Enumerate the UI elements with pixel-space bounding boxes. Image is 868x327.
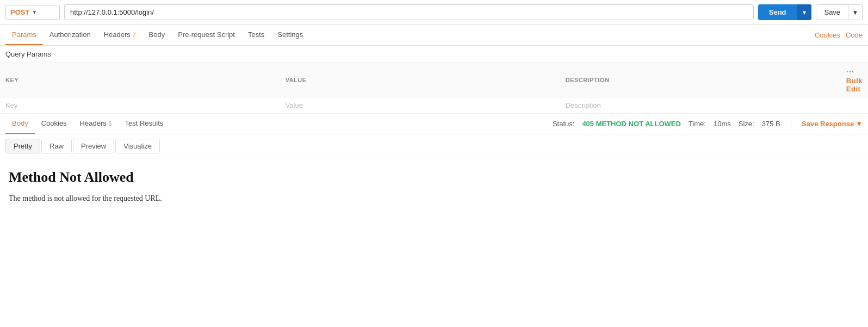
save-response-arrow: ▼: [855, 120, 863, 128]
save-button-group: Save ▼: [816, 4, 863, 20]
view-tab-pretty[interactable]: Pretty: [5, 139, 40, 153]
table-row: Key Value Description: [0, 97, 868, 114]
tab-headers[interactable]: Headers 7: [97, 25, 142, 45]
col-value-header: VALUE: [280, 63, 560, 97]
tab-body[interactable]: Body: [142, 25, 172, 45]
status-value: 405 METHOD NOT ALLOWED: [582, 120, 681, 128]
tab-tests[interactable]: Tests: [241, 25, 271, 45]
view-tabs: Pretty Raw Preview Visualize: [0, 134, 868, 158]
code-link[interactable]: Code: [846, 31, 863, 39]
resp-tab-headers[interactable]: Headers 5: [73, 114, 119, 134]
save-dropdown-button[interactable]: ▼: [848, 5, 862, 20]
divider: |: [790, 120, 792, 128]
url-input[interactable]: [64, 4, 754, 20]
dots-menu[interactable]: ···: [846, 67, 854, 76]
top-bar: POST ▼ Send ▼ Save ▼: [0, 0, 868, 25]
view-tab-preview[interactable]: Preview: [73, 139, 114, 153]
status-label: Status:: [553, 120, 574, 128]
response-message: The method is not allowed for the reques…: [9, 194, 859, 203]
tab-prerequest[interactable]: Pre-request Script: [171, 25, 241, 45]
save-button[interactable]: Save: [816, 5, 848, 20]
view-tab-raw[interactable]: Raw: [41, 139, 72, 153]
key-cell[interactable]: Key: [0, 97, 280, 114]
view-tab-visualize[interactable]: Visualize: [115, 139, 160, 153]
send-dropdown-button[interactable]: ▼: [797, 4, 812, 20]
params-table: KEY VALUE DESCRIPTION ··· Bulk Edit Key …: [0, 63, 868, 114]
save-response-label: Save Response: [802, 120, 854, 128]
method-select[interactable]: POST ▼: [5, 5, 60, 20]
response-heading: Method Not Allowed: [9, 169, 859, 186]
tab-authorization[interactable]: Authorization: [43, 25, 97, 45]
cookies-link[interactable]: Cookies: [815, 31, 840, 39]
col-desc-header: DESCRIPTION: [560, 63, 841, 97]
resp-tab-cookies[interactable]: Cookies: [35, 114, 73, 134]
bulk-edit-button[interactable]: Bulk Edit: [846, 77, 863, 93]
time-value: 10ms: [714, 120, 731, 128]
right-links: Cookies Code: [815, 31, 863, 39]
response-body: Method Not Allowed The method is not all…: [0, 158, 868, 214]
headers-badge: 7: [132, 32, 135, 38]
resp-headers-badge: 5: [108, 120, 111, 127]
send-button-group: Send ▼: [758, 4, 812, 20]
row-actions: [841, 97, 868, 114]
resp-tab-body[interactable]: Body: [5, 114, 35, 134]
col-actions-header: ··· Bulk Edit: [841, 63, 868, 97]
save-response-button[interactable]: Save Response ▼: [802, 120, 863, 128]
col-key-header: KEY: [0, 63, 280, 97]
request-tabs: Params Authorization Headers 7 Body Pre-…: [0, 25, 868, 46]
method-dropdown-arrow: ▼: [32, 9, 37, 15]
method-label: POST: [10, 8, 29, 16]
status-info: Status: 405 METHOD NOT ALLOWED Time: 10m…: [553, 120, 863, 128]
tab-settings[interactable]: Settings: [271, 25, 309, 45]
query-params-label: Query Params: [0, 46, 868, 63]
size-label: Size:: [739, 120, 754, 128]
response-tabs-bar: Body Cookies Headers 5 Test Results Stat…: [0, 114, 868, 134]
description-cell[interactable]: Description: [560, 97, 841, 114]
send-button[interactable]: Send: [758, 4, 797, 20]
tab-params[interactable]: Params: [5, 25, 43, 45]
size-value: 375 B: [762, 120, 780, 128]
resp-tab-test-results[interactable]: Test Results: [118, 114, 170, 134]
time-label: Time:: [689, 120, 706, 128]
value-cell[interactable]: Value: [280, 97, 560, 114]
